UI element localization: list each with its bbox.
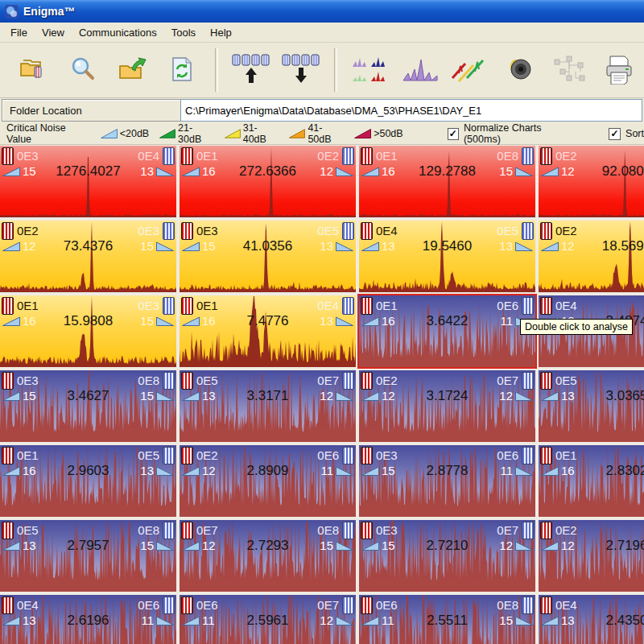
chart-tile-0E7-0E8[interactable]: 0E70E82.72931215 [180,520,356,592]
chart-tile-0E2-0E3[interactable]: 0E20E373.43761215 [0,221,176,292]
chart-tile-0E2-x[interactable]: 0E292.080112 [539,146,644,217]
tile-values: 2.72931215 [180,539,356,552]
single-chart-view-button[interactable] [395,47,445,93]
logger-id-left: 0E1 [555,448,577,462]
chart-tile-0E5-x[interactable]: 0E53.036513 [539,370,644,442]
logger-id-left: 0E7 [196,523,218,537]
correlation-value: 73.4376 [0,238,176,254]
tile-values: 3.036513 [539,389,644,402]
correlation-value: 41.0356 [180,238,356,254]
print-button[interactable] [594,47,644,93]
analyse-tooltip: Double click to analyse [520,319,633,335]
legend-item-1: 21-30dB [159,122,214,145]
chart-tile-0E4-x[interactable]: 0E42.435013 [539,595,644,644]
logger-id-right: 0E6 [497,299,518,312]
chart-tile-0E5-0E7[interactable]: 0E50E73.31711312 [180,370,356,442]
refresh-button[interactable] [157,47,207,93]
correlation-value: 2.7196 [539,538,644,554]
app-icon [5,5,19,19]
chart-tile-0E6-0E8[interactable]: 0E60E82.55111115 [359,595,535,644]
tile-values: 2.719612 [539,539,644,552]
chart-tile-0E1-0E4[interactable]: 0E10E47.47761613 [180,295,356,367]
chart-tile-0E6-0E7[interactable]: 0E60E72.59611112 [180,595,356,644]
menu-item-view[interactable]: View [35,24,72,41]
chart-tile-0E3-0E4[interactable]: 0E30E41276.40271513 [0,146,176,217]
logger-id-left: 0E1 [17,299,39,312]
correlation-value: 2.5511 [359,613,535,629]
chart-tile-0E3-0E6[interactable]: 0E30E62.87781511 [359,445,535,517]
logger-id-left: 0E3 [17,149,39,163]
chart-tile-0E2-0E6[interactable]: 0E20E62.89091211 [180,445,356,517]
tile-values: 7.47761613 [180,314,356,328]
legend-triangle-icon [225,129,241,138]
logger-id-left: 0E4 [17,598,39,612]
chart-tile-0E1-0E3[interactable]: 0E10E315.98081615 [0,295,176,367]
chart-tile-0E1-0E8[interactable]: 0E10E8129.27881615 [359,146,535,217]
chart-tile-0E3-0E5[interactable]: 0E30E541.03561513 [180,221,356,292]
logger-id-left: 0E6 [196,598,218,612]
audio-playback-button[interactable] [495,47,545,93]
upload-loggers-button[interactable] [226,47,276,93]
checkbox-box[interactable]: ✓ [448,128,459,140]
chart-tile-0E1-x[interactable]: 0E12.830216 [539,445,644,517]
loggers-up-icon [230,52,272,89]
toolbar [0,43,644,98]
logger-id-right: 0E8 [138,523,159,537]
menu-item-help[interactable]: Help [203,24,239,41]
chart-tile-0E5-0E8[interactable]: 0E50E82.79571315 [0,520,176,592]
network-view-button[interactable] [544,47,594,93]
logger-id-left: 0E1 [376,299,398,312]
checkbox-sort[interactable]: ✓Sort [609,128,644,140]
chart-tile-0E3-0E8[interactable]: 0E30E83.46271515 [0,370,176,442]
correlation-value: 2.6196 [0,613,176,629]
menu-item-communications[interactable]: Communications [72,24,164,41]
legend-item-label: >50dB [374,128,403,139]
chart-tile-0E3-0E7[interactable]: 0E30E72.72101512 [359,520,535,592]
logger-id-left: 0E5 [196,374,218,387]
browse-folders-button[interactable] [8,47,58,93]
chart-tile-0E4-0E6[interactable]: 0E40E62.61961311 [0,595,176,644]
chart-tile-0E2-0E7[interactable]: 0E20E73.17241212 [359,370,535,442]
menu-item-file[interactable]: File [3,24,35,41]
logger-id-left: 0E6 [376,598,398,612]
tile-values: 73.43761215 [0,239,176,253]
chart-tile-0E1-0E6[interactable]: 0E10E63.64221611 [359,295,535,367]
correlation-value: 3.4627 [0,388,176,404]
correlation-value: 2.7210 [359,538,535,554]
tile-values: 272.63661612 [180,164,356,178]
multi-chart-view-button[interactable] [345,47,395,93]
menu-item-tools[interactable]: Tools [164,24,203,41]
tile-values: 2.830216 [539,464,644,477]
tile-values: 2.79571315 [0,539,176,552]
chart-tile-0E1-0E2[interactable]: 0E10E2272.63661612 [180,146,356,217]
logger-id-right: 0E6 [497,448,518,462]
speaker-icon [504,55,536,86]
correlation-value: 18.5690 [539,238,644,254]
logger-id-right: 0E5 [317,224,339,237]
logger-id-right: 0E4 [317,299,339,312]
checkbox-box[interactable]: ✓ [609,128,621,140]
logger-id-left: 0E1 [17,448,39,462]
logger-id-right: 0E3 [138,299,159,312]
title-bar[interactable]: Enigma™ [0,0,644,23]
checkbox-normalize-charts[interactable]: ✓Normalize Charts (500ms) [448,122,575,145]
search-button[interactable] [58,47,108,93]
legend-bar: Critical Noise Value <20dB21-30dB31-40dB… [0,123,644,145]
export-folder-button[interactable] [108,47,158,93]
menu-bar: FileViewCommunicationsToolsHelp [0,23,644,43]
chart-tile-0E4-0E5[interactable]: 0E40E519.54601313 [359,221,535,292]
waterfall-view-button[interactable] [445,47,495,93]
logger-id-left: 0E2 [17,224,39,237]
tile-values: 15.98081615 [0,314,176,328]
tile-values: 129.27881615 [359,164,535,178]
legend-item-4: >50dB [354,128,403,139]
correlation-value: 2.5961 [180,613,356,629]
correlation-value: 3.0365 [539,388,644,404]
legend-item-label: <20dB [120,128,150,139]
folder-path-field[interactable]: C:\Primayer\Enigma\Data\Database\DMA_53\… [180,99,642,122]
download-loggers-button[interactable] [276,47,326,93]
correlation-value: 1276.4027 [0,163,176,180]
chart-tile-0E2-x[interactable]: 0E218.569012 [539,221,644,292]
chart-tile-0E2-x[interactable]: 0E22.719612 [539,520,644,592]
chart-tile-0E1-0E5[interactable]: 0E10E52.96031613 [0,445,176,517]
